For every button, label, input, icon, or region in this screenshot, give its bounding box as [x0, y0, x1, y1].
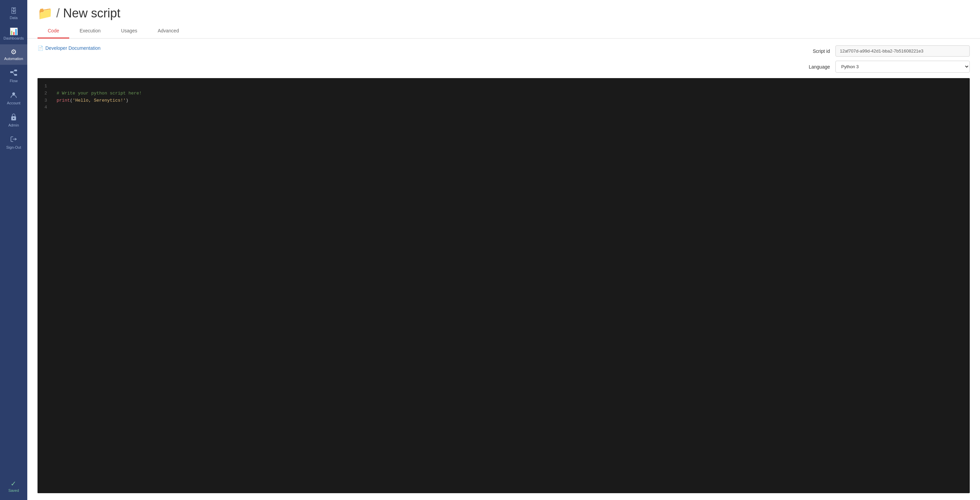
language-label: Language	[799, 64, 830, 70]
page-header: 📁 / New script	[27, 0, 980, 21]
doc-link-label: Developer Documentation	[45, 45, 100, 51]
sidebar-item-flow[interactable]: Flow	[0, 65, 27, 87]
sidebar: 🗄 Data 📊 Dashboards ⚙ Automation Flow	[0, 0, 27, 500]
sidebar-item-dashboards-label: Dashboards	[3, 36, 24, 40]
code-line-2-comment: # Write your python script here!	[57, 91, 142, 96]
folder-icon: 📁	[38, 6, 53, 21]
code-line-3-paren-close: )	[126, 98, 129, 103]
tab-execution[interactable]: Execution	[69, 24, 110, 38]
code-line-3: print('Hello, Serenytics!')	[57, 98, 129, 103]
code-line-3-paren-open: (	[70, 98, 73, 103]
sidebar-item-automation-label: Automation	[4, 57, 23, 61]
code-print-keyword: print	[57, 98, 70, 103]
svg-line-4	[13, 72, 14, 75]
data-icon: 🗄	[10, 8, 17, 14]
sidebar-item-data-label: Data	[10, 16, 18, 20]
code-editor[interactable]: 1 2 3 4 # Write your python script here!…	[38, 78, 970, 493]
tab-content: 📄 Developer Documentation Script id Lang…	[27, 38, 980, 500]
saved-check-icon: ✓	[11, 480, 16, 487]
tab-bar: Code Execution Usages Advanced	[27, 24, 980, 38]
line-number-3: 3	[41, 97, 47, 104]
sidebar-item-data[interactable]: 🗄 Data	[0, 3, 27, 24]
sidebar-item-account-label: Account	[7, 101, 21, 105]
sidebar-item-dashboards[interactable]: 📊 Dashboards	[0, 24, 27, 45]
sidebar-item-saved: ✓ Saved	[7, 476, 20, 497]
doc-icon: 📄	[38, 45, 43, 51]
sidebar-item-automation[interactable]: ⚙ Automation	[0, 45, 27, 65]
code-line-1	[57, 84, 59, 89]
code-line-3-string: 'Hello, Serenytics!'	[73, 98, 126, 103]
sidebar-item-flow-label: Flow	[10, 79, 18, 83]
breadcrumb-separator: /	[56, 6, 60, 21]
content-top-row: 📄 Developer Documentation Script id Lang…	[38, 45, 970, 73]
automation-icon: ⚙	[11, 48, 17, 55]
code-area[interactable]: # Write your python script here! print('…	[51, 78, 970, 493]
dashboards-icon: 📊	[10, 28, 18, 35]
language-select[interactable]: Python 3 JavaScript Bash	[835, 61, 970, 73]
tab-advanced[interactable]: Advanced	[147, 24, 189, 38]
sidebar-item-sign-out[interactable]: Sign-Out	[0, 131, 27, 153]
developer-documentation-link[interactable]: 📄 Developer Documentation	[38, 45, 100, 51]
sidebar-item-account[interactable]: Account	[0, 87, 27, 109]
line-number-2: 2	[41, 90, 47, 97]
script-id-input[interactable]	[835, 45, 970, 57]
svg-point-7	[13, 118, 14, 119]
line-numbers: 1 2 3 4	[38, 78, 51, 493]
saved-label: Saved	[8, 489, 19, 492]
svg-rect-0	[10, 71, 13, 73]
account-icon	[10, 91, 18, 100]
line-number-1: 1	[41, 83, 47, 90]
admin-icon	[11, 113, 17, 122]
main-content: 📁 / New script Code Execution Usages Adv…	[27, 0, 980, 500]
tab-code[interactable]: Code	[38, 24, 69, 38]
sidebar-item-sign-out-label: Sign-Out	[6, 145, 21, 150]
script-settings: Script id Language Python 3 JavaScript B…	[799, 45, 970, 73]
script-id-row: Script id	[799, 45, 970, 57]
script-id-label: Script id	[799, 48, 830, 54]
svg-rect-1	[14, 70, 17, 71]
svg-point-5	[12, 92, 15, 95]
tab-usages[interactable]: Usages	[111, 24, 147, 38]
svg-line-3	[13, 71, 14, 72]
page-title: New script	[63, 6, 120, 21]
language-row: Language Python 3 JavaScript Bash	[799, 61, 970, 73]
sidebar-item-admin-label: Admin	[8, 123, 19, 127]
code-line-4	[57, 105, 59, 110]
flow-icon	[10, 69, 18, 77]
line-number-4: 4	[41, 104, 47, 111]
sidebar-item-admin[interactable]: Admin	[0, 109, 27, 131]
svg-rect-2	[14, 74, 17, 76]
sign-out-icon	[10, 135, 18, 144]
